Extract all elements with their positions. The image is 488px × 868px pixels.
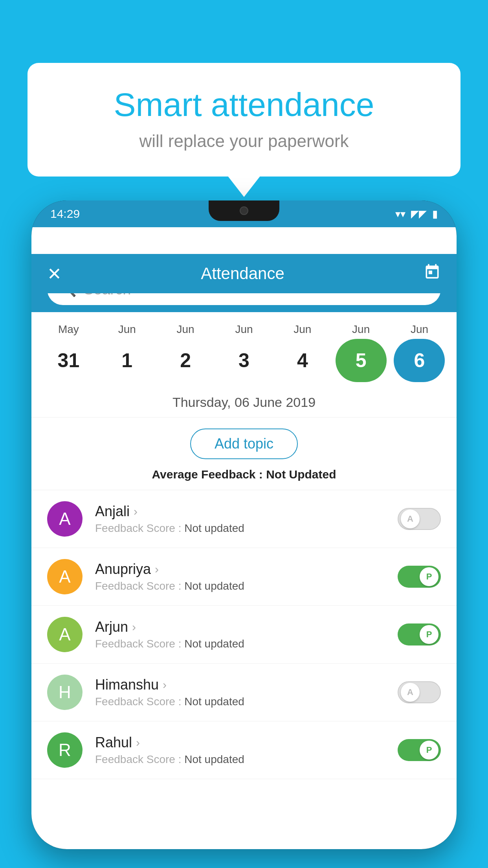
- speech-bubble: Smart attendance will replace your paper…: [28, 63, 460, 177]
- month-4: Jun: [277, 323, 328, 336]
- student-item-2[interactable]: A Arjun › Feedback Score : Not updated P: [31, 606, 457, 664]
- student-name-0[interactable]: Anjali ›: [95, 503, 398, 520]
- calendar-day-1[interactable]: 1: [101, 339, 152, 382]
- student-feedback-2: Feedback Score : Not updated: [95, 638, 398, 650]
- selected-date-label: Thursday, 06 June 2019: [172, 395, 316, 410]
- toggle-knob-4: P: [420, 741, 438, 760]
- attendance-toggle-1[interactable]: P: [398, 566, 441, 588]
- student-item-4[interactable]: R Rahul › Feedback Score : Not updated P: [31, 721, 457, 779]
- calendar-day-2[interactable]: 2: [160, 339, 211, 382]
- calendar-dates: 31 1 2 3 4 5 6: [31, 339, 457, 382]
- speech-bubble-container: Smart attendance will replace your paper…: [28, 63, 460, 177]
- attendance-toggle-0[interactable]: A: [398, 508, 441, 530]
- toggle-knob-2: P: [420, 625, 438, 644]
- month-5: Jun: [336, 323, 387, 336]
- phone-notch: [209, 200, 279, 221]
- student-name-2[interactable]: Arjun ›: [95, 619, 398, 635]
- toggle-container-2[interactable]: P: [398, 623, 441, 645]
- calendar-day-31[interactable]: 31: [43, 339, 94, 382]
- bubble-title: Smart attendance: [59, 86, 429, 123]
- month-2: Jun: [160, 323, 211, 336]
- toggle-container-1[interactable]: P: [398, 566, 441, 588]
- month-6: Jun: [394, 323, 445, 336]
- attendance-toggle-3[interactable]: A: [398, 681, 441, 703]
- student-item-3[interactable]: H Himanshu › Feedback Score : Not update…: [31, 664, 457, 721]
- toggle-knob-1: P: [420, 567, 438, 586]
- toggle-container-3[interactable]: A: [398, 681, 441, 703]
- calendar-section: May Jun Jun Jun Jun Jun Jun 31 1 2 3 4: [31, 312, 457, 386]
- calendar-day-5-today[interactable]: 5: [336, 339, 387, 382]
- student-avatar-1: A: [47, 559, 83, 594]
- student-info-2: Arjun › Feedback Score : Not updated: [95, 619, 398, 650]
- calendar-svg-icon: [424, 263, 441, 281]
- screen-content: 🔍 Search May Jun Jun Jun Jun Jun Jun: [31, 267, 457, 849]
- chevron-icon-3: ›: [163, 678, 167, 691]
- student-list: A Anjali › Feedback Score : Not updated …: [31, 490, 457, 779]
- student-info-3: Himanshu › Feedback Score : Not updated: [95, 677, 398, 708]
- month-1: Jun: [101, 323, 152, 336]
- student-name-3[interactable]: Himanshu ›: [95, 677, 398, 693]
- month-0: May: [43, 323, 94, 336]
- student-avatar-0: A: [47, 501, 83, 537]
- close-button[interactable]: ✕: [47, 264, 62, 284]
- calendar-icon[interactable]: [424, 263, 441, 284]
- phone-container: 14:29 ▾▾ ◤◤ ▮ ✕ Attendance: [31, 200, 457, 868]
- average-feedback: Average Feedback : Not Updated: [31, 468, 457, 490]
- student-item-0[interactable]: A Anjali › Feedback Score : Not updated …: [31, 490, 457, 548]
- student-info-4: Rahul › Feedback Score : Not updated: [95, 734, 398, 766]
- student-name-1[interactable]: Anupriya ›: [95, 561, 398, 577]
- student-name-4[interactable]: Rahul ›: [95, 734, 398, 751]
- month-3: Jun: [218, 323, 270, 336]
- add-topic-section: Add topic: [31, 417, 457, 468]
- app-bar: ✕ Attendance: [31, 254, 457, 293]
- add-topic-button[interactable]: Add topic: [190, 428, 298, 459]
- calendar-day-4[interactable]: 4: [277, 339, 328, 382]
- student-feedback-1: Feedback Score : Not updated: [95, 580, 398, 592]
- toggle-knob-0: A: [401, 509, 420, 528]
- status-time: 14:29: [50, 207, 80, 221]
- toggle-container-0[interactable]: A: [398, 508, 441, 530]
- student-feedback-3: Feedback Score : Not updated: [95, 695, 398, 708]
- chevron-icon-4: ›: [136, 736, 140, 749]
- calendar-months: May Jun Jun Jun Jun Jun Jun: [31, 323, 457, 336]
- student-feedback-0: Feedback Score : Not updated: [95, 522, 398, 535]
- average-feedback-label: Average Feedback :: [152, 468, 262, 481]
- camera: [240, 206, 248, 215]
- toggle-knob-3: A: [401, 683, 420, 702]
- phone-screen: ✕ Attendance 🔍 Search: [31, 227, 457, 849]
- student-feedback-4: Feedback Score : Not updated: [95, 753, 398, 766]
- signal-icon: ◤◤: [411, 208, 427, 220]
- bubble-subtitle: will replace your paperwork: [59, 131, 429, 151]
- attendance-toggle-2[interactable]: P: [398, 623, 441, 645]
- toggle-container-4[interactable]: P: [398, 739, 441, 761]
- student-avatar-3: H: [47, 675, 83, 710]
- student-item-1[interactable]: A Anupriya › Feedback Score : Not update…: [31, 548, 457, 606]
- calendar-day-6-selected[interactable]: 6: [394, 339, 445, 382]
- student-info-1: Anupriya › Feedback Score : Not updated: [95, 561, 398, 592]
- chevron-icon-0: ›: [134, 505, 138, 518]
- chevron-icon-2: ›: [132, 620, 136, 634]
- calendar-day-3[interactable]: 3: [218, 339, 270, 382]
- app-bar-title: Attendance: [62, 264, 424, 283]
- average-feedback-value: Not Updated: [266, 468, 336, 481]
- chevron-icon-1: ›: [155, 563, 159, 576]
- student-avatar-2: A: [47, 617, 83, 652]
- student-info-0: Anjali › Feedback Score : Not updated: [95, 503, 398, 535]
- student-avatar-4: R: [47, 732, 83, 768]
- wifi-icon: ▾▾: [395, 208, 405, 220]
- battery-icon: ▮: [432, 208, 438, 220]
- phone-frame: 14:29 ▾▾ ◤◤ ▮ ✕ Attendance: [31, 200, 457, 849]
- attendance-toggle-4[interactable]: P: [398, 739, 441, 761]
- date-label-section: Thursday, 06 June 2019: [31, 386, 457, 417]
- status-icons: ▾▾ ◤◤ ▮: [395, 208, 438, 220]
